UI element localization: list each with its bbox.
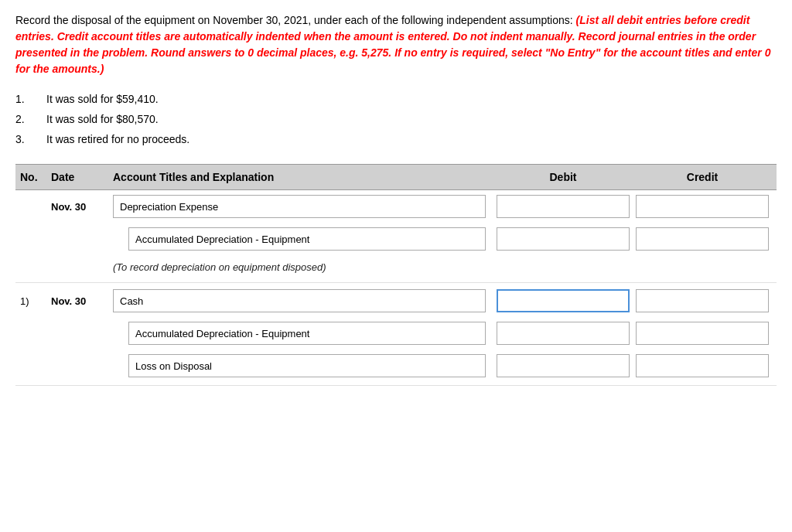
- debit-input-2[interactable]: [497, 227, 630, 251]
- header-no: No.: [20, 171, 51, 183]
- credit-input-accum-dep-2[interactable]: [636, 322, 769, 345]
- instructions-block: Record the disposal of the equipment on …: [15, 12, 777, 77]
- header-date: Date: [51, 171, 113, 183]
- debit-input-loss[interactable]: [497, 354, 630, 377]
- list-text-3: It was retired for no proceeds.: [46, 133, 189, 145]
- header-debit: Debit: [493, 171, 633, 183]
- row-account-2: [113, 227, 493, 251]
- depreciation-note: (To record depreciation on equipment dis…: [113, 258, 493, 276]
- account-input-cash[interactable]: [113, 289, 486, 312]
- journal-table: No. Date Account Titles and Explanation …: [15, 164, 777, 386]
- table-row: [15, 223, 777, 255]
- debit-input-accum-dep-2[interactable]: [497, 322, 630, 345]
- note-row-1: (To record depreciation on equipment dis…: [15, 255, 777, 279]
- credit-input-1[interactable]: [636, 195, 769, 218]
- table-header: No. Date Account Titles and Explanation …: [15, 164, 777, 190]
- credit-input-2[interactable]: [636, 227, 769, 251]
- list-item-2: 2. It was sold for $80,570.: [15, 113, 777, 125]
- table-row: [15, 317, 777, 350]
- row-account-accum-dep-2: [113, 322, 493, 345]
- list-num-2: 2.: [15, 113, 46, 125]
- account-input-accum-dep-2[interactable]: [128, 322, 486, 345]
- account-input-depreciation-expense[interactable]: [113, 195, 486, 218]
- debit-input-1[interactable]: [497, 195, 630, 218]
- row-account-loss: [113, 354, 493, 377]
- header-credit: Credit: [633, 171, 772, 183]
- table-row: 1) Nov. 30: [15, 285, 777, 317]
- journal-group-2: 1) Nov. 30: [15, 285, 777, 386]
- row-credit-1: [633, 195, 772, 218]
- list-text-2: It was sold for $80,570.: [46, 113, 159, 125]
- list-item-1: 1. It was sold for $59,410.: [15, 93, 777, 105]
- account-input-accum-dep-1[interactable]: [128, 227, 486, 251]
- instructions-main: Record the disposal of the equipment on …: [15, 14, 576, 26]
- account-input-loss-disposal[interactable]: [128, 354, 486, 377]
- table-row: [15, 350, 777, 382]
- list-num-1: 1.: [15, 93, 46, 105]
- numbered-list: 1. It was sold for $59,410. 2. It was so…: [15, 93, 777, 145]
- row-debit-1: [493, 195, 633, 218]
- credit-input-cash[interactable]: [636, 289, 769, 312]
- journal-group-1: Nov. 30: [15, 190, 777, 283]
- list-text-1: It was sold for $59,410.: [46, 93, 159, 105]
- row-date-2: Nov. 30: [51, 295, 113, 307]
- table-row: Nov. 30: [15, 190, 777, 223]
- list-num-3: 3.: [15, 133, 46, 145]
- row-account-cash: [113, 289, 493, 312]
- debit-input-cash[interactable]: [497, 289, 630, 312]
- header-account: Account Titles and Explanation: [113, 171, 493, 183]
- row-date-1: Nov. 30: [51, 201, 113, 213]
- row-no-2: 1): [20, 295, 51, 307]
- row-account-1: [113, 195, 493, 218]
- list-item-3: 3. It was retired for no proceeds.: [15, 133, 777, 145]
- credit-input-loss[interactable]: [636, 354, 769, 377]
